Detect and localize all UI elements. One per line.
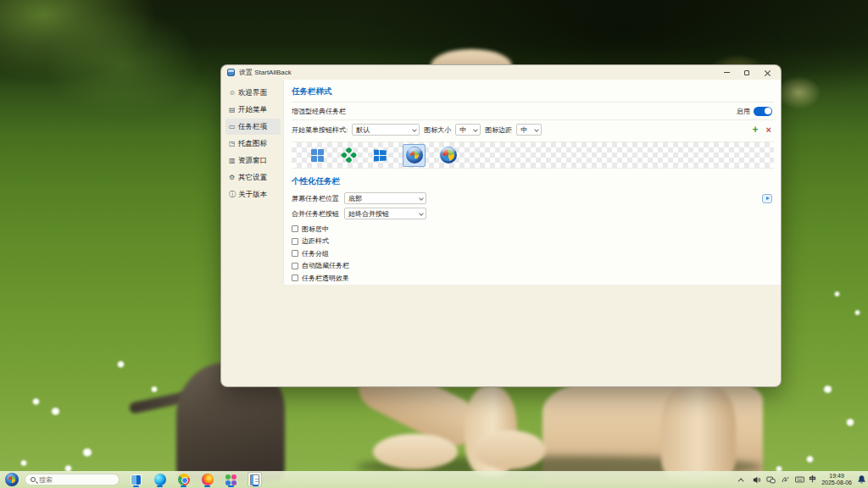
- windows-7-orb-selected[interactable]: [403, 144, 426, 167]
- taskbar-settings-panel: 任务栏样式 增强型经典任务栏 启用 开始菜单按钮样式: 默认: [283, 80, 781, 285]
- chevron-up-icon: [737, 478, 743, 484]
- sidebar-item-taskbar[interactable]: ▭ 任务栏项: [225, 119, 281, 135]
- start-button-style-row: 开始菜单按钮样式: 默认 图标大小 中 图标边距 中: [292, 120, 774, 139]
- ime-language-indicator[interactable]: 中: [810, 474, 817, 485]
- window-title: 设置 StartAllBack: [239, 68, 292, 77]
- chevron-down-icon: [534, 127, 539, 132]
- system-tray: 中 19:49 2025-08-06: [737, 471, 866, 488]
- sidebar: ☺ 欢迎界面 ▤ 开始菜单 ▭ 任务栏项 ◳ 托盘图标 ▥ 资源窗口: [221, 80, 283, 387]
- checkbox-row-auto-hide: 自动隐藏任务栏: [292, 260, 774, 273]
- daisy-flower: [834, 291, 840, 297]
- enhanced-classic-taskbar-label: 增强型经典任务栏: [292, 107, 346, 116]
- icon-size-label: 图标大小: [424, 125, 451, 135]
- titlebar[interactable]: 设置 StartAllBack: [221, 65, 781, 80]
- taskbar-app-widgets[interactable]: [129, 472, 143, 487]
- chevron-down-icon: [412, 127, 417, 132]
- tray-icon: ◳: [229, 140, 238, 147]
- volume-icon[interactable]: [752, 474, 761, 485]
- daisy-flower: [846, 419, 854, 426]
- checkbox-row-transparency: 任务栏透明效果: [292, 272, 774, 285]
- desktop: 设置 StartAllBack ☺ 欢迎界面 ▤ 开始菜单 ▭: [0, 0, 868, 488]
- chevron-down-icon: [419, 196, 424, 201]
- touch-keyboard-icon[interactable]: [795, 474, 804, 485]
- start-menu-icon: ▤: [229, 106, 238, 114]
- taskbar-position-label: 屏幕任务栏位置: [292, 194, 344, 203]
- taskbar-icon: ▭: [229, 123, 238, 130]
- sidebar-item-welcome[interactable]: ☺ 欢迎界面: [225, 85, 281, 101]
- taskbar-app-startallback[interactable]: [224, 472, 238, 487]
- daisy-flower: [151, 386, 158, 392]
- hidden-icons-chevron[interactable]: [737, 474, 747, 485]
- margin-style-checkbox[interactable]: [292, 238, 298, 245]
- combine-buttons-row: 合并任务栏按钮 始终合并按钮: [292, 207, 774, 220]
- settings-window-icon: [250, 474, 259, 485]
- pen-input-icon[interactable]: [781, 474, 790, 485]
- daisy-flower: [823, 385, 832, 393]
- checkbox-row-task-grouping: 任务分组: [292, 247, 774, 260]
- transparency-checkbox[interactable]: [292, 274, 298, 281]
- start-button-logo-strip: [292, 141, 774, 169]
- task-grouping-checkbox[interactable]: [292, 250, 298, 257]
- sidebar-item-tray-icons[interactable]: ◳ 托盘图标: [225, 136, 281, 152]
- taskbar-app-firefox[interactable]: [200, 472, 214, 487]
- daisy-flower: [32, 398, 40, 405]
- startallback-clover-logo[interactable]: [340, 147, 358, 164]
- taskbar-app-settings-active[interactable]: [248, 472, 262, 487]
- sidebar-item-explorer[interactable]: ▥ 资源窗口: [225, 152, 281, 169]
- edge-icon: [154, 474, 166, 485]
- start-button-style-select[interactable]: 默认: [352, 124, 420, 136]
- remove-style-button[interactable]: ×: [766, 125, 771, 135]
- center-icons-checkbox[interactable]: [292, 225, 298, 232]
- checkbox-row-center-icons: 图标居中: [292, 223, 774, 236]
- close-button[interactable]: [757, 66, 777, 79]
- taskbar-search[interactable]: [25, 474, 120, 485]
- preview-video-icon[interactable]: [762, 194, 772, 203]
- sidebar-item-other-settings[interactable]: ⚙ 其它设置: [225, 169, 281, 186]
- taskbar-app-chrome[interactable]: [176, 472, 191, 487]
- maximize-button[interactable]: [737, 66, 757, 79]
- explorer-icon: ▥: [229, 157, 238, 164]
- notifications-bell-icon[interactable]: [857, 474, 866, 485]
- system-taskbar: 中 19:49 2025-08-06: [0, 471, 868, 488]
- icon-size-select[interactable]: 中: [455, 124, 481, 136]
- section-heading-taskbar-style: 任务栏样式: [292, 86, 774, 97]
- add-style-button[interactable]: +: [753, 125, 759, 135]
- taskbar-clock[interactable]: 19:49 2025-08-06: [821, 473, 852, 486]
- running-indicator: [253, 485, 259, 486]
- windows-11-logo[interactable]: [309, 147, 326, 164]
- icon-margin-label: 图标边距: [485, 125, 512, 135]
- daisy-flower: [806, 456, 814, 463]
- smiley-icon: ☺: [229, 89, 238, 97]
- combine-buttons-label: 合并任务栏按钮: [292, 209, 344, 219]
- enable-toggle[interactable]: [754, 107, 772, 116]
- display-cast-icon[interactable]: [766, 474, 776, 485]
- combine-buttons-select[interactable]: 始终合并按钮: [344, 208, 426, 219]
- icon-margin-select[interactable]: 中: [516, 124, 542, 136]
- minimize-button[interactable]: [716, 66, 737, 79]
- search-input[interactable]: [39, 476, 107, 484]
- gear-icon: ⚙: [229, 174, 238, 181]
- search-icon: [31, 477, 36, 482]
- wallpaper-puppy-paw: [473, 430, 546, 469]
- sidebar-item-about[interactable]: ⓘ 关于版本: [225, 186, 281, 202]
- running-indicator: [228, 485, 234, 487]
- start-button[interactable]: [5, 473, 19, 486]
- windows-flag-icon: [8, 475, 15, 483]
- clock-date: 2025-08-06: [821, 480, 852, 486]
- taskbar-app-edge[interactable]: [153, 472, 167, 487]
- auto-hide-checkbox[interactable]: [292, 263, 298, 269]
- windows-vista-orb[interactable]: [439, 147, 457, 164]
- sidebar-item-start-menu[interactable]: ▤ 开始菜单: [225, 102, 281, 118]
- chevron-down-icon: [419, 211, 424, 216]
- chevron-down-icon: [473, 127, 478, 132]
- enhanced-classic-taskbar-row: 增强型经典任务栏 启用: [292, 102, 774, 120]
- running-indicator: [157, 485, 163, 487]
- clock-time: 19:49: [821, 473, 852, 480]
- daisy-flower: [82, 448, 92, 457]
- info-icon: ⓘ: [229, 190, 238, 199]
- taskbar-position-select[interactable]: 底部: [344, 192, 426, 204]
- daisy-flower: [117, 361, 125, 368]
- windows-8-logo[interactable]: [371, 147, 389, 164]
- daisy-flower: [854, 310, 860, 315]
- enable-label: 启用: [737, 107, 750, 116]
